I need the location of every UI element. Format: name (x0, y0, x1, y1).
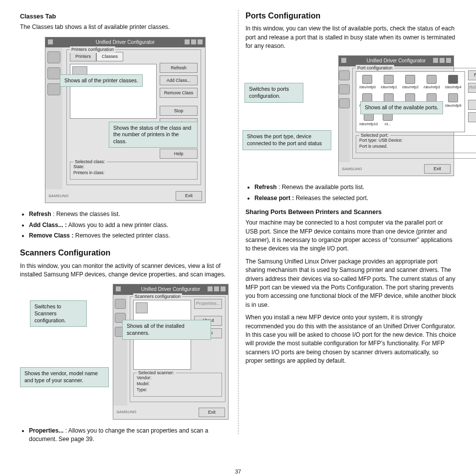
selected-port-label: Selected port: (359, 132, 390, 139)
scanners-heading: Scanners Configuration (20, 247, 231, 258)
page-footer: 37 Using Your Printer in Linux (0, 468, 476, 476)
classes-tab-heading: Classes Tab (20, 12, 231, 21)
port-item-icon (405, 93, 415, 102)
window-title: Unified Driver Configurator (45, 37, 205, 48)
remove-class-button[interactable]: Remove Class (160, 88, 198, 98)
exit-button[interactable]: Exit (199, 408, 225, 417)
close-icon (220, 286, 226, 292)
page-number: 37 (0, 468, 476, 476)
port-item-icon (384, 75, 394, 84)
group-title: Printers configuration (70, 46, 115, 53)
printer-icon[interactable] (115, 299, 126, 309)
callout-printer-classes: Shows all of the printer classes. (60, 74, 143, 87)
port-status-label: Port is unused. (359, 144, 476, 150)
maximize-icon (439, 57, 445, 63)
app-icon (341, 57, 347, 63)
printer-icon[interactable] (339, 70, 350, 80)
port-item-icon (427, 75, 437, 84)
minimize-icon (207, 286, 213, 292)
type-label: Type: (137, 387, 219, 393)
left-column: Classes Tab The Classes tab shows a list… (20, 10, 231, 459)
close-icon (197, 39, 203, 45)
properties-button[interactable]: Properties... (194, 299, 222, 309)
selected-class-label: Selected class: (73, 159, 107, 165)
help-button[interactable]: Help (468, 112, 476, 122)
group-title: Scanners configuration (133, 293, 182, 300)
callout-installed-scanners: Shows all of the installed scanners. (122, 320, 211, 339)
port-item-icon (427, 93, 437, 102)
ports-intro: In this window, you can view the list of… (245, 24, 456, 50)
classes-tab[interactable]: Classes (96, 52, 123, 61)
ports-bullets: Refresh : Renews the available ports lis… (245, 183, 456, 203)
callout-available-ports: Shows all of the available ports. (360, 101, 443, 114)
window-sidebar (45, 47, 62, 189)
scanner-item-icon[interactable] (136, 302, 148, 313)
maximize-icon (191, 39, 197, 45)
maximize-icon (214, 286, 220, 292)
port-icon[interactable] (339, 98, 350, 108)
classes-intro: The Classes tab shows a list of availabl… (20, 23, 231, 31)
printers-tab[interactable]: Printers (70, 52, 96, 61)
right-column: Ports Configuration In this window, you … (245, 10, 456, 459)
window-sidebar (339, 66, 350, 162)
callout-vendor-model: Shows the vendor, model name and type of… (20, 367, 109, 387)
add-class-button[interactable]: Add Class... (160, 75, 198, 85)
scanners-intro: In this window, you can monitor the acti… (20, 262, 231, 279)
window-sidebar (113, 295, 127, 406)
printers-in-class-label: Printers in class: (73, 170, 194, 176)
stop-button[interactable]: Stop (160, 106, 198, 116)
refresh-button[interactable]: Refresh (468, 70, 476, 80)
port-type-label: Port type: USB Device: (359, 138, 476, 144)
callout-switch-scanners: Switches to Scanners configuration. (30, 300, 87, 327)
app-icon (47, 39, 53, 45)
port-item-icon (362, 75, 372, 84)
about-button[interactable]: About (468, 100, 476, 110)
help-button[interactable]: Help (160, 149, 198, 159)
selected-scanner-label: Selected scanner: (137, 370, 176, 376)
model-label: Model: (137, 381, 219, 387)
sharing-p1: Your machine may be connected to a host … (245, 219, 456, 253)
exit-button[interactable]: Exit (176, 191, 202, 201)
minimize-icon (433, 57, 439, 63)
ports-heading: Ports Configuration (245, 10, 456, 21)
sharing-p2: The Samsung Unified Linux Driver package… (245, 257, 456, 309)
port-item-icon (448, 75, 458, 84)
state-label: State: (73, 164, 194, 170)
app-icon (115, 286, 121, 292)
port-icon[interactable] (47, 83, 60, 95)
port-item-icon (448, 93, 458, 102)
scanner-icon[interactable] (339, 84, 350, 94)
scanners-window: Unified Driver Configurator Scanners con… (113, 284, 229, 419)
release-port-button[interactable]: Release port (468, 83, 476, 93)
samsung-logo: SAMSUNG (342, 166, 362, 172)
sharing-heading: Sharing Ports Between Printers and Scann… (245, 208, 456, 217)
refresh-button[interactable]: Refresh (160, 63, 198, 73)
classes-bullets: Refresh : Renews the classes list. Add C… (20, 210, 231, 240)
vendor-label: Vendor: (137, 375, 219, 381)
group-title: Port configuration (356, 65, 394, 71)
minimize-icon (184, 39, 190, 45)
port-item-icon (362, 93, 372, 102)
sharing-p3: When you install a new MFP device onto y… (245, 313, 456, 365)
classes-window: Unified Driver Configurator Printers con… (45, 37, 206, 204)
exit-button[interactable]: Exit (424, 164, 451, 174)
callout-port-type: Shows the port type, device connected to… (242, 130, 331, 150)
port-item-icon (405, 75, 415, 84)
scanner-icon[interactable] (47, 67, 60, 79)
samsung-logo: SAMSUNG (48, 193, 68, 199)
column-divider (238, 10, 238, 434)
callout-class-status: Shows the status of the class and the nu… (109, 122, 198, 148)
scanners-bullets: Properties... : Allows you to change the… (20, 427, 231, 444)
callout-switch-ports: Switches to ports configuration. (244, 83, 303, 102)
printer-icon[interactable] (47, 51, 60, 63)
close-icon (446, 57, 452, 63)
port-item-icon (384, 93, 394, 102)
samsung-logo: SAMSUNG (116, 409, 136, 415)
ports-window: Unified Driver Configurator Port configu… (338, 55, 454, 176)
